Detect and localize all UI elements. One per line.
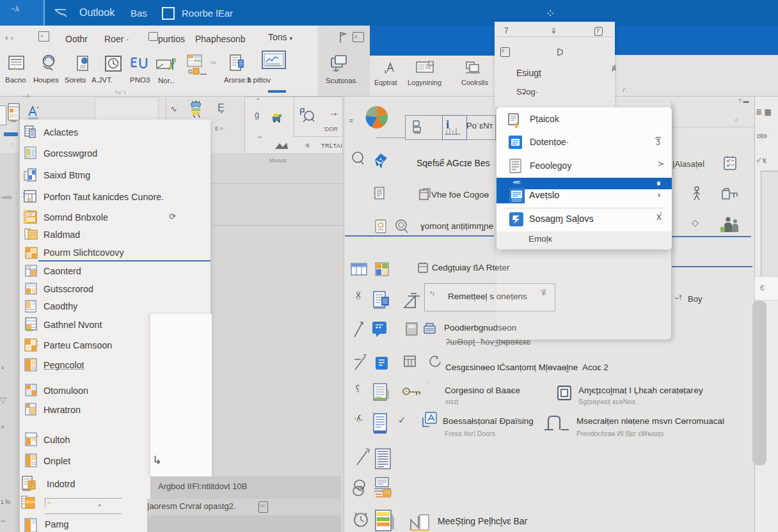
- svg-text:G: G: [188, 68, 193, 75]
